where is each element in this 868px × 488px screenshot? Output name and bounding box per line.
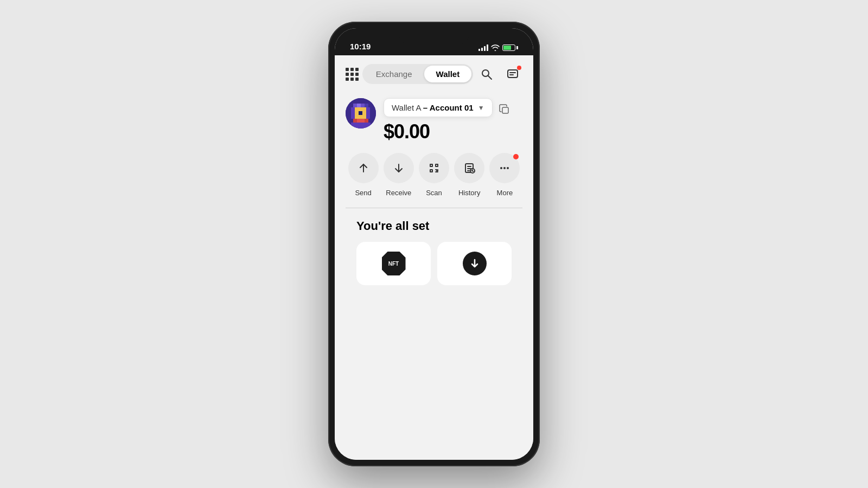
svg-rect-13 [351,111,355,115]
status-icons [478,44,518,51]
svg-rect-11 [362,107,366,111]
receive-label: Receive [386,189,411,197]
svg-rect-4 [353,104,357,107]
copy-address-button[interactable] [496,101,513,118]
svg-rect-22 [366,115,370,119]
svg-rect-24 [357,119,361,123]
scan-button[interactable]: Scan [416,153,451,197]
phone-frame: 10:19 [328,22,540,466]
svg-rect-5 [357,104,361,107]
svg-rect-6 [361,104,365,107]
message-button[interactable] [503,65,522,84]
svg-point-36 [500,167,502,169]
svg-rect-20 [359,115,362,119]
scan-icon-circle [419,153,449,183]
svg-rect-27 [351,123,371,129]
svg-rect-28 [502,107,508,113]
tab-wallet[interactable]: Wallet [424,66,472,82]
svg-rect-2 [508,70,518,78]
all-set-section: You're all set NFT [346,219,522,285]
search-button[interactable] [477,65,496,84]
svg-rect-26 [365,119,368,123]
signal-bars-icon [478,44,488,51]
wallet-info: Wallet A – Account 01 ▼ [384,98,522,143]
svg-point-0 [482,70,489,76]
account-number: – Account 01 [423,103,474,112]
app-content: Exchange Wallet [335,55,533,460]
status-time: 10:19 [350,42,371,51]
wifi-icon [491,44,500,51]
svg-rect-19 [355,115,359,119]
status-bar: 10:19 [335,28,533,55]
wallet-header: Wallet A – Account 01 ▼ [346,98,522,143]
svg-rect-10 [359,107,362,111]
avatar-image [346,98,376,129]
svg-rect-16 [362,111,366,115]
scan-label: Scan [426,189,442,197]
svg-rect-7 [365,104,368,107]
history-icon-circle [454,153,484,183]
wallet-name: Wallet A [392,103,421,112]
action-buttons: Send Receive [346,147,522,208]
svg-line-1 [488,76,492,79]
send-button[interactable]: Send [346,153,381,197]
more-icon-circle [489,153,520,183]
section-divider [346,208,522,208]
svg-rect-21 [362,115,366,119]
message-notification-dot [517,66,521,70]
receive-card[interactable] [437,242,512,285]
more-button[interactable]: More [487,153,522,197]
grid-menu-button[interactable] [346,68,359,81]
send-label: Send [355,189,371,197]
cards-row: NFT [356,242,512,285]
phone-screen: 10:19 [335,28,533,460]
more-label: More [497,189,513,197]
chevron-down-icon: ▼ [478,104,484,112]
history-button[interactable]: History [452,153,487,197]
svg-rect-23 [353,119,357,123]
svg-rect-18 [351,115,355,119]
wallet-avatar [346,98,376,129]
svg-rect-17 [366,111,370,115]
svg-rect-25 [361,119,365,123]
nav-bar: Exchange Wallet [335,55,533,93]
nav-actions [477,65,522,84]
more-notification-dot [513,154,519,159]
nav-tabs: Exchange Wallet [362,64,473,84]
send-icon-circle [348,153,379,183]
svg-rect-8 [351,107,355,111]
nft-badge: NFT [382,252,406,275]
svg-rect-12 [366,107,370,111]
receive-button[interactable]: Receive [381,153,416,197]
receive-badge [463,252,487,275]
account-selector-button[interactable]: Wallet A – Account 01 ▼ [384,98,493,117]
account-prefix: Wallet A – Account 01 [392,103,474,112]
wallet-balance: $0.00 [384,120,522,143]
battery-icon [502,44,518,51]
notch [399,28,469,44]
nft-card[interactable]: NFT [356,242,431,285]
svg-point-37 [503,167,506,169]
svg-rect-15 [359,111,362,115]
svg-rect-14 [355,111,359,115]
svg-rect-9 [355,107,359,111]
wallet-section: Wallet A – Account 01 ▼ [335,93,533,296]
tab-exchange[interactable]: Exchange [364,66,424,82]
history-label: History [458,189,480,197]
all-set-title: You're all set [356,219,512,233]
receive-icon-circle [384,153,414,183]
svg-point-38 [507,167,509,169]
account-row: Wallet A – Account 01 ▼ [384,98,522,120]
